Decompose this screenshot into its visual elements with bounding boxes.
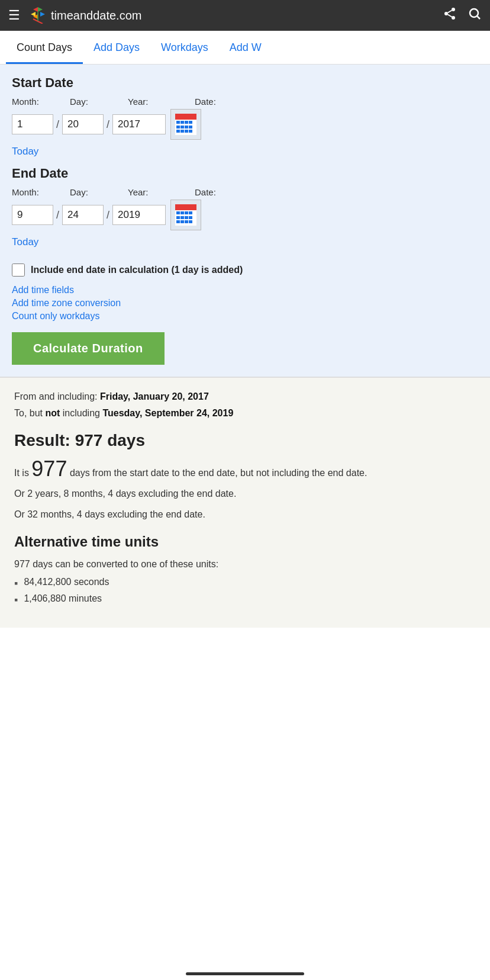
from-date: Friday, January 20, 2017 [100,391,209,401]
alt-heading: Alternative time units [14,534,476,550]
result-body-3: Or 32 months, 4 days excluding the end d… [14,506,476,522]
result-heading: Result: 977 days [14,431,476,450]
form-section: Start Date Month: Day: Year: Date: / / T… [0,65,490,377]
start-sep-1: / [56,118,59,131]
start-calendar-icon [175,114,196,135]
end-sep-1: / [56,209,59,221]
end-date-inputs: / / [12,200,478,230]
end-date-title: End Date [12,166,478,181]
to-label: To, but [14,408,43,418]
end-calendar-icon [175,204,196,226]
tab-add-days[interactable]: Add Days [83,31,150,64]
from-line: From and including: Friday, January 20, … [14,390,476,404]
tab-count-days[interactable]: Count Days [6,31,83,64]
start-year-label: Year: [128,97,190,107]
logo-icon [28,7,47,24]
bottom-home-indicator [186,972,304,975]
svg-point-9 [452,16,455,20]
svg-line-11 [448,11,452,13]
add-time-zone-link[interactable]: Add time zone conversion [12,298,478,309]
calculate-button[interactable]: Calculate Duration [12,332,165,365]
end-day-input[interactable] [62,205,104,225]
count-workdays-link[interactable]: Count only workdays [12,311,478,322]
svg-point-7 [452,8,455,11]
start-day-input[interactable] [62,114,104,134]
end-calendar-button[interactable] [170,200,201,230]
svg-line-13 [478,17,480,19]
tab-workdays[interactable]: Workdays [150,31,219,64]
end-sep-2: / [107,209,109,221]
end-month-input[interactable] [12,205,53,225]
logo-area: timeanddate.com [28,7,443,24]
end-year-input[interactable] [112,205,166,225]
end-today-link[interactable]: Today [12,236,38,248]
start-year-input[interactable] [112,114,166,134]
svg-point-8 [444,12,448,15]
start-sep-2: / [107,118,109,131]
include-end-date-row: Include end date in calculation (1 day i… [12,264,478,277]
list-item: ▪ 1,406,880 minutes [14,593,476,606]
to-date: Tuesday, September 24, 2019 [102,408,233,418]
start-date-title: Start Date [12,75,478,91]
end-date-label: Date: [195,187,230,197]
svg-point-12 [470,9,478,17]
bullet-icon: ▪ [14,594,18,606]
alt-intro: 977 days can be converted to one of thes… [14,556,476,572]
end-date-labels: Month: Day: Year: Date: [12,187,478,197]
days-number: 977 [31,457,67,481]
share-icon[interactable] [443,7,457,24]
alt-units-list: ▪ 84,412,800 seconds ▪ 1,406,880 minutes [14,577,476,606]
start-date-labels: Month: Day: Year: Date: [12,97,478,107]
start-date-label: Date: [195,97,230,107]
search-icon[interactable] [468,7,482,24]
start-month-input[interactable] [12,114,53,134]
svg-line-10 [448,15,452,17]
start-month-label: Month: [12,97,65,107]
end-day-label: Day: [70,187,123,197]
top-bar: ☰ timeanddate.com [0,0,490,31]
alt-unit-1: 1,406,880 minutes [24,593,102,604]
top-bar-actions [443,7,482,24]
from-label: From and including: [14,391,98,401]
result-body-2: Or 2 years, 8 months, 4 days excluding t… [14,486,476,502]
include-end-date-checkbox[interactable] [12,264,25,277]
add-time-fields-link[interactable]: Add time fields [12,285,478,295]
hamburger-icon[interactable]: ☰ [8,8,20,23]
start-calendar-button[interactable] [170,109,201,140]
start-day-label: Day: [70,97,123,107]
including-label: including [63,408,103,418]
svg-marker-1 [38,7,43,12]
alt-unit-0: 84,412,800 seconds [24,577,109,587]
days-suffix: days from the start date to the end date… [70,468,368,478]
start-date-inputs: / / [12,109,478,140]
svg-marker-0 [33,7,38,12]
it-is-label: It is [14,468,29,478]
end-month-label: Month: [12,187,65,197]
extra-links: Add time fields Add time zone conversion… [12,285,478,322]
tab-add-w[interactable]: Add W [219,31,272,64]
bullet-icon: ▪ [14,577,18,590]
svg-marker-3 [40,12,45,17]
result-body-1: It is 977 days from the start date to th… [14,458,476,481]
start-today-link[interactable]: Today [12,146,38,158]
end-year-label: Year: [128,187,190,197]
results-section: From and including: Friday, January 20, … [0,377,490,628]
tabs-bar: Count Days Add Days Workdays Add W [0,31,490,65]
list-item: ▪ 84,412,800 seconds [14,577,476,590]
not-label: not [45,408,60,418]
site-name: timeanddate.com [51,9,141,23]
include-end-date-label: Include end date in calculation (1 day i… [31,265,243,275]
to-line: To, but not including Tuesday, September… [14,406,476,420]
